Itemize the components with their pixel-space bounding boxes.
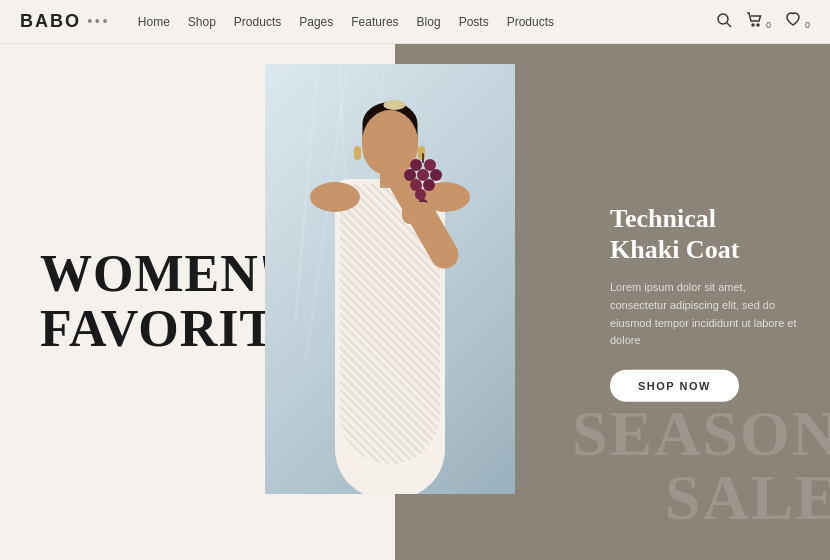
cart-badge: 0 <box>766 20 771 30</box>
product-title-line1: Technical <box>610 204 716 233</box>
svg-point-2 <box>752 24 754 26</box>
nav-link-products[interactable]: Products <box>234 15 281 29</box>
navbar: BABO ••• Home Shop Products Pages Featur… <box>0 0 830 44</box>
logo[interactable]: BABO <box>20 11 81 32</box>
wishlist-badge: 0 <box>805 20 810 30</box>
model-earring-left <box>354 146 361 160</box>
nav-link-products2[interactable]: Products <box>507 15 554 29</box>
cart-icon[interactable]: 0 <box>746 12 771 32</box>
nav-icon-group: 0 0 <box>716 12 810 32</box>
season-sale-watermark: SEASON SALE <box>572 402 830 530</box>
nav-link-features[interactable]: Features <box>351 15 398 29</box>
main-content: WOMEN'S FAVORITE SEASON SALE Technical K… <box>0 44 830 560</box>
svg-point-3 <box>757 24 759 26</box>
nav-link-pages[interactable]: Pages <box>299 15 333 29</box>
product-title-line2: Khaki Coat <box>610 235 739 264</box>
nav-link-home[interactable]: Home <box>138 15 170 29</box>
nav-links: Home Shop Products Pages Features Blog P… <box>138 15 716 29</box>
product-image <box>265 64 515 494</box>
model-hair-accessory <box>383 100 405 110</box>
svg-point-0 <box>718 14 728 24</box>
product-info: Technical Khaki Coat Lorem ipsum dolor s… <box>610 203 800 402</box>
search-icon[interactable] <box>716 12 732 32</box>
product-title: Technical Khaki Coat <box>610 203 800 265</box>
model-bg <box>265 64 515 494</box>
shop-now-button[interactable]: SHOP NOW <box>610 369 739 401</box>
nav-more-icon[interactable]: ••• <box>87 13 110 31</box>
nav-link-blog[interactable]: Blog <box>417 15 441 29</box>
product-description: Lorem ipsum dolor sit amet, consectetur … <box>610 279 800 349</box>
wishlist-icon[interactable]: 0 <box>785 12 810 32</box>
nav-link-shop[interactable]: Shop <box>188 15 216 29</box>
watermark-line2: SALE <box>572 466 830 530</box>
watermark-line1: SEASON <box>572 402 830 466</box>
model-hand <box>402 202 432 224</box>
svg-line-1 <box>727 23 731 27</box>
model-shoulder-left <box>310 182 360 212</box>
nav-link-posts[interactable]: Posts <box>459 15 489 29</box>
